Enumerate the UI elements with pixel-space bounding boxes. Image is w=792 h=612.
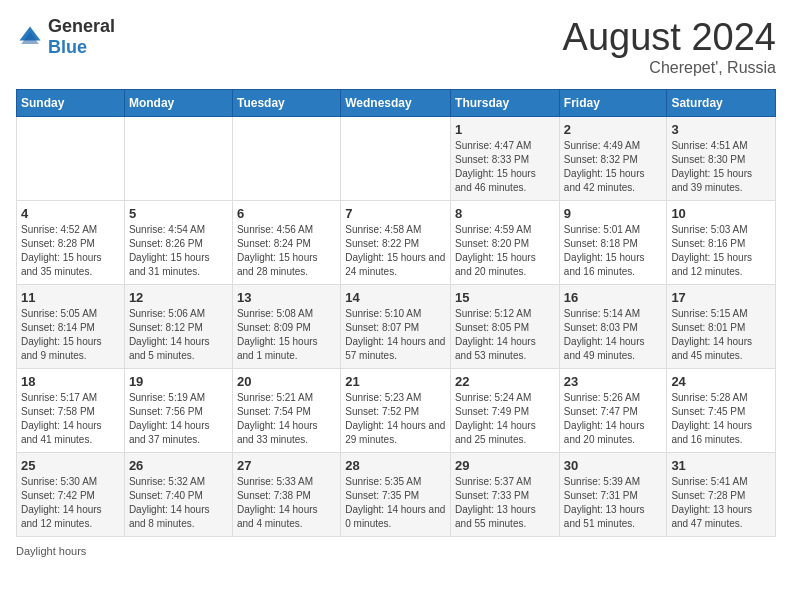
- day-info: Sunrise: 5:39 AM Sunset: 7:31 PM Dayligh…: [564, 475, 663, 531]
- day-info: Sunrise: 5:23 AM Sunset: 7:52 PM Dayligh…: [345, 391, 446, 447]
- logo-icon: [16, 23, 44, 51]
- calendar-cell: 30Sunrise: 5:39 AM Sunset: 7:31 PM Dayli…: [559, 453, 667, 537]
- calendar-cell: 7Sunrise: 4:58 AM Sunset: 8:22 PM Daylig…: [341, 201, 451, 285]
- day-info: Sunrise: 5:30 AM Sunset: 7:42 PM Dayligh…: [21, 475, 120, 531]
- calendar-cell: 8Sunrise: 4:59 AM Sunset: 8:20 PM Daylig…: [451, 201, 560, 285]
- calendar-cell: 9Sunrise: 5:01 AM Sunset: 8:18 PM Daylig…: [559, 201, 667, 285]
- day-info: Sunrise: 5:33 AM Sunset: 7:38 PM Dayligh…: [237, 475, 336, 531]
- day-number: 28: [345, 458, 446, 473]
- day-info: Sunrise: 5:17 AM Sunset: 7:58 PM Dayligh…: [21, 391, 120, 447]
- calendar-cell: 26Sunrise: 5:32 AM Sunset: 7:40 PM Dayli…: [124, 453, 232, 537]
- day-number: 25: [21, 458, 120, 473]
- day-number: 26: [129, 458, 228, 473]
- calendar-week-3: 11Sunrise: 5:05 AM Sunset: 8:14 PM Dayli…: [17, 285, 776, 369]
- calendar-week-4: 18Sunrise: 5:17 AM Sunset: 7:58 PM Dayli…: [17, 369, 776, 453]
- day-info: Sunrise: 5:19 AM Sunset: 7:56 PM Dayligh…: [129, 391, 228, 447]
- calendar-week-1: 1Sunrise: 4:47 AM Sunset: 8:33 PM Daylig…: [17, 117, 776, 201]
- day-number: 18: [21, 374, 120, 389]
- day-info: Sunrise: 5:06 AM Sunset: 8:12 PM Dayligh…: [129, 307, 228, 363]
- day-number: 16: [564, 290, 663, 305]
- calendar-cell: 20Sunrise: 5:21 AM Sunset: 7:54 PM Dayli…: [232, 369, 340, 453]
- day-number: 23: [564, 374, 663, 389]
- day-info: Sunrise: 5:08 AM Sunset: 8:09 PM Dayligh…: [237, 307, 336, 363]
- col-header-friday: Friday: [559, 90, 667, 117]
- day-info: Sunrise: 5:15 AM Sunset: 8:01 PM Dayligh…: [671, 307, 771, 363]
- calendar-cell: 25Sunrise: 5:30 AM Sunset: 7:42 PM Dayli…: [17, 453, 125, 537]
- day-info: Sunrise: 4:49 AM Sunset: 8:32 PM Dayligh…: [564, 139, 663, 195]
- day-info: Sunrise: 5:05 AM Sunset: 8:14 PM Dayligh…: [21, 307, 120, 363]
- calendar-cell: 23Sunrise: 5:26 AM Sunset: 7:47 PM Dayli…: [559, 369, 667, 453]
- day-info: Sunrise: 5:24 AM Sunset: 7:49 PM Dayligh…: [455, 391, 555, 447]
- day-number: 2: [564, 122, 663, 137]
- day-number: 9: [564, 206, 663, 221]
- day-info: Sunrise: 4:54 AM Sunset: 8:26 PM Dayligh…: [129, 223, 228, 279]
- calendar-cell: 24Sunrise: 5:28 AM Sunset: 7:45 PM Dayli…: [667, 369, 776, 453]
- day-number: 8: [455, 206, 555, 221]
- day-number: 15: [455, 290, 555, 305]
- day-number: 13: [237, 290, 336, 305]
- day-info: Sunrise: 4:52 AM Sunset: 8:28 PM Dayligh…: [21, 223, 120, 279]
- page-header: General Blue August 2024 Cherepet', Russ…: [16, 16, 776, 77]
- calendar-cell: 10Sunrise: 5:03 AM Sunset: 8:16 PM Dayli…: [667, 201, 776, 285]
- calendar-header-row: SundayMondayTuesdayWednesdayThursdayFrid…: [17, 90, 776, 117]
- day-info: Sunrise: 5:14 AM Sunset: 8:03 PM Dayligh…: [564, 307, 663, 363]
- calendar-cell: 28Sunrise: 5:35 AM Sunset: 7:35 PM Dayli…: [341, 453, 451, 537]
- day-info: Sunrise: 5:21 AM Sunset: 7:54 PM Dayligh…: [237, 391, 336, 447]
- calendar-cell: 31Sunrise: 5:41 AM Sunset: 7:28 PM Dayli…: [667, 453, 776, 537]
- day-info: Sunrise: 5:01 AM Sunset: 8:18 PM Dayligh…: [564, 223, 663, 279]
- calendar-cell: [232, 117, 340, 201]
- day-number: 1: [455, 122, 555, 137]
- calendar-cell: 14Sunrise: 5:10 AM Sunset: 8:07 PM Dayli…: [341, 285, 451, 369]
- day-info: Sunrise: 5:10 AM Sunset: 8:07 PM Dayligh…: [345, 307, 446, 363]
- calendar-cell: 3Sunrise: 4:51 AM Sunset: 8:30 PM Daylig…: [667, 117, 776, 201]
- day-info: Sunrise: 5:37 AM Sunset: 7:33 PM Dayligh…: [455, 475, 555, 531]
- day-info: Sunrise: 5:32 AM Sunset: 7:40 PM Dayligh…: [129, 475, 228, 531]
- day-info: Sunrise: 5:26 AM Sunset: 7:47 PM Dayligh…: [564, 391, 663, 447]
- day-info: Sunrise: 5:03 AM Sunset: 8:16 PM Dayligh…: [671, 223, 771, 279]
- logo: General Blue: [16, 16, 115, 58]
- day-number: 5: [129, 206, 228, 221]
- day-info: Sunrise: 5:41 AM Sunset: 7:28 PM Dayligh…: [671, 475, 771, 531]
- calendar-cell: 12Sunrise: 5:06 AM Sunset: 8:12 PM Dayli…: [124, 285, 232, 369]
- calendar-cell: 17Sunrise: 5:15 AM Sunset: 8:01 PM Dayli…: [667, 285, 776, 369]
- calendar-cell: 18Sunrise: 5:17 AM Sunset: 7:58 PM Dayli…: [17, 369, 125, 453]
- day-info: Sunrise: 4:51 AM Sunset: 8:30 PM Dayligh…: [671, 139, 771, 195]
- calendar-cell: 13Sunrise: 5:08 AM Sunset: 8:09 PM Dayli…: [232, 285, 340, 369]
- day-number: 11: [21, 290, 120, 305]
- col-header-saturday: Saturday: [667, 90, 776, 117]
- day-number: 22: [455, 374, 555, 389]
- day-number: 10: [671, 206, 771, 221]
- month-year-title: August 2024: [563, 16, 776, 59]
- calendar-cell: [17, 117, 125, 201]
- day-number: 29: [455, 458, 555, 473]
- day-info: Sunrise: 4:56 AM Sunset: 8:24 PM Dayligh…: [237, 223, 336, 279]
- calendar-cell: 6Sunrise: 4:56 AM Sunset: 8:24 PM Daylig…: [232, 201, 340, 285]
- calendar-week-5: 25Sunrise: 5:30 AM Sunset: 7:42 PM Dayli…: [17, 453, 776, 537]
- calendar-cell: 4Sunrise: 4:52 AM Sunset: 8:28 PM Daylig…: [17, 201, 125, 285]
- logo-text-blue: Blue: [48, 37, 87, 57]
- day-number: 12: [129, 290, 228, 305]
- col-header-monday: Monday: [124, 90, 232, 117]
- day-number: 30: [564, 458, 663, 473]
- day-number: 6: [237, 206, 336, 221]
- calendar-cell: [124, 117, 232, 201]
- day-number: 17: [671, 290, 771, 305]
- day-number: 14: [345, 290, 446, 305]
- day-info: Sunrise: 4:59 AM Sunset: 8:20 PM Dayligh…: [455, 223, 555, 279]
- calendar-cell: 5Sunrise: 4:54 AM Sunset: 8:26 PM Daylig…: [124, 201, 232, 285]
- location-subtitle: Cherepet', Russia: [563, 59, 776, 77]
- calendar-cell: 19Sunrise: 5:19 AM Sunset: 7:56 PM Dayli…: [124, 369, 232, 453]
- calendar-cell: 11Sunrise: 5:05 AM Sunset: 8:14 PM Dayli…: [17, 285, 125, 369]
- calendar-cell: 29Sunrise: 5:37 AM Sunset: 7:33 PM Dayli…: [451, 453, 560, 537]
- calendar-cell: 27Sunrise: 5:33 AM Sunset: 7:38 PM Dayli…: [232, 453, 340, 537]
- day-number: 27: [237, 458, 336, 473]
- daylight-label: Daylight hours: [16, 545, 86, 557]
- calendar-table: SundayMondayTuesdayWednesdayThursdayFrid…: [16, 89, 776, 537]
- day-info: Sunrise: 4:58 AM Sunset: 8:22 PM Dayligh…: [345, 223, 446, 279]
- col-header-tuesday: Tuesday: [232, 90, 340, 117]
- day-number: 20: [237, 374, 336, 389]
- calendar-cell: 1Sunrise: 4:47 AM Sunset: 8:33 PM Daylig…: [451, 117, 560, 201]
- day-number: 24: [671, 374, 771, 389]
- logo-text-general: General: [48, 16, 115, 36]
- day-info: Sunrise: 4:47 AM Sunset: 8:33 PM Dayligh…: [455, 139, 555, 195]
